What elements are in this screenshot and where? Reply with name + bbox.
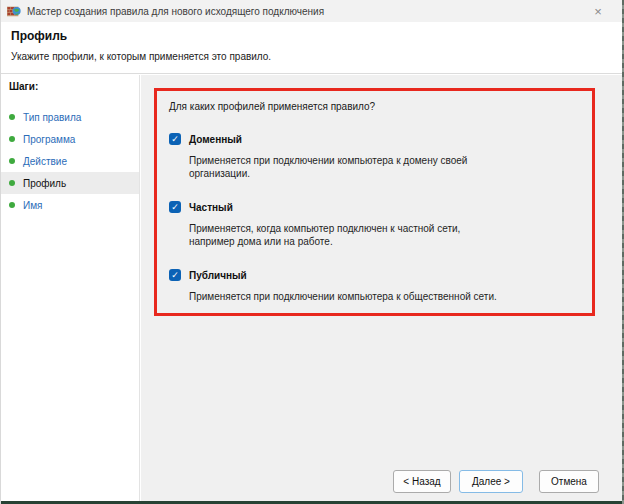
step-bullet-icon xyxy=(9,180,15,186)
firewall-icon xyxy=(7,4,21,18)
step-bullet-icon xyxy=(9,202,15,208)
checkbox-private-checked[interactable]: ✓ xyxy=(169,201,181,213)
sidebar-item-label: Профиль xyxy=(23,178,66,189)
checkbox-public-checked[interactable]: ✓ xyxy=(169,269,181,281)
sidebar-item-name[interactable]: Имя xyxy=(1,194,139,216)
sidebar-item-action[interactable]: Действие xyxy=(1,150,139,172)
annotation-rectangle: Для каких профилей применяется правило? … xyxy=(154,88,595,316)
checkbox-description: Применяется, когда компьютер подключен к… xyxy=(189,222,507,248)
wizard-header: Профиль Укажите профили, к которым приме… xyxy=(1,22,624,74)
checkbox-row: ✓ Доменный xyxy=(169,133,582,145)
checkbox-label[interactable]: Доменный xyxy=(189,134,242,145)
checkbox-label[interactable]: Публичный xyxy=(189,270,247,281)
profile-group-public: ✓ Публичный Применяется при подключении … xyxy=(169,269,582,303)
sidebar-item-label: Действие xyxy=(23,156,67,167)
checkbox-label[interactable]: Частный xyxy=(189,202,233,213)
wizard-window: Мастер создания правила для нового исход… xyxy=(0,0,624,504)
sidebar-item-rule-type[interactable]: Тип правила xyxy=(1,106,139,128)
checkbox-domain-checked[interactable]: ✓ xyxy=(169,133,181,145)
step-bullet-icon xyxy=(9,136,15,142)
profile-group-domain: ✓ Доменный Применяется при подключении к… xyxy=(169,133,582,180)
step-bullet-icon xyxy=(9,114,15,120)
sidebar-item-label: Тип правила xyxy=(23,112,81,123)
sidebar-item-label: Программа xyxy=(23,134,75,145)
title-bar: Мастер создания правила для нового исход… xyxy=(1,0,624,22)
steps-heading: Шаги: xyxy=(1,75,139,92)
checkbox-description: Применяется при подключении компьютера к… xyxy=(189,290,507,303)
cancel-button[interactable]: Отмена xyxy=(539,470,599,493)
page-subtitle: Укажите профили, к которым применяется э… xyxy=(11,51,271,62)
profile-options: Для каких профилей применяется правило? … xyxy=(169,101,582,303)
checkbox-row: ✓ Публичный xyxy=(169,269,582,281)
back-button[interactable]: < Назад xyxy=(393,470,451,493)
window-title: Мастер создания правила для нового исход… xyxy=(27,6,324,17)
checkbox-row: ✓ Частный xyxy=(169,201,582,213)
steps-sidebar: Шаги: Тип правила Программа Действие Про… xyxy=(1,75,140,504)
page-title: Профиль xyxy=(11,29,67,43)
close-icon[interactable]: × xyxy=(588,1,608,21)
profile-group-private: ✓ Частный Применяется, когда компьютер п… xyxy=(169,201,582,248)
wizard-content: Для каких профилей применяется правило? … xyxy=(141,75,624,504)
checkbox-description: Применяется при подключении компьютера к… xyxy=(189,154,507,180)
next-button[interactable]: Далее > xyxy=(459,470,523,493)
sidebar-item-profile-current[interactable]: Профиль xyxy=(1,172,139,194)
sidebar-item-label: Имя xyxy=(23,200,42,211)
sidebar-item-program[interactable]: Программа xyxy=(1,128,139,150)
step-bullet-icon xyxy=(9,158,15,164)
profiles-question: Для каких профилей применяется правило? xyxy=(169,101,582,112)
steps-list: Тип правила Программа Действие Профиль И… xyxy=(1,106,139,216)
